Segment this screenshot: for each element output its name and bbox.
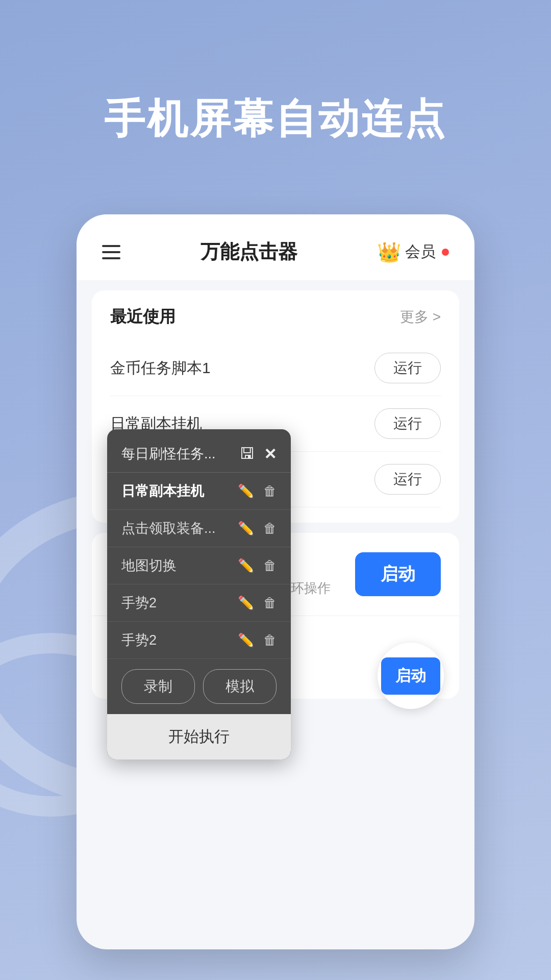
edit-icon-5[interactable]: ✏️	[238, 632, 254, 648]
save-icon[interactable]: 🖫	[239, 445, 255, 462]
dropdown-item-1[interactable]: 日常副本挂机 ✏️ 🗑	[107, 473, 291, 510]
script-name-1: 金币任务脚本1	[110, 358, 211, 379]
recent-title: 最近使用	[110, 306, 176, 328]
recent-section: 最近使用 更多 > 金币任务脚本1 运行 日常副本挂机 运行 自动循环操作2 运…	[92, 290, 459, 523]
member-badge[interactable]: 👑 会员	[377, 241, 449, 263]
item-actions-5: ✏️ 🗑	[238, 632, 277, 648]
edit-icon-2[interactable]: ✏️	[238, 521, 254, 536]
item-actions-3: ✏️ 🗑	[238, 558, 277, 574]
item-actions-4: ✏️ 🗑	[238, 595, 277, 611]
member-label: 会员	[405, 241, 436, 262]
dropdown-item-3[interactable]: 地图切换 ✏️ 🗑	[107, 547, 291, 584]
close-icon[interactable]: ✕	[264, 445, 277, 463]
recent-header: 最近使用 更多 >	[110, 306, 441, 328]
item-actions-2: ✏️ 🗑	[238, 521, 277, 536]
record-button[interactable]: 录制	[121, 669, 195, 704]
delete-icon-2[interactable]: 🗑	[263, 521, 277, 536]
delete-icon-4[interactable]: 🗑	[263, 595, 277, 611]
delete-icon-5[interactable]: 🗑	[263, 632, 277, 648]
dropdown-action-row: 录制 模拟	[107, 659, 291, 714]
app-header: 万能点击器 👑 会员	[77, 214, 474, 280]
item-actions-1: ✏️ 🗑	[238, 483, 277, 499]
edit-icon-3[interactable]: ✏️	[238, 558, 254, 574]
edit-icon-1[interactable]: ✏️	[238, 483, 254, 499]
hero-section: 手机屏幕自动连点	[0, 0, 551, 188]
context-menu: 每日刷怪任务... 🖫 ✕ 日常副本挂机 ✏️ 🗑 点击领取装备... ✏️ 🗑	[107, 429, 291, 760]
run-button-1[interactable]: 运行	[374, 353, 441, 383]
clicker-start-button[interactable]: 启动	[355, 552, 441, 596]
delete-icon-1[interactable]: 🗑	[263, 483, 277, 499]
dropdown-item-5[interactable]: 手势2 ✏️ 🗑	[107, 622, 291, 659]
delete-icon-3[interactable]: 🗑	[263, 558, 277, 574]
recorder-start-button[interactable]: 启动	[381, 657, 440, 695]
crown-icon: 👑	[377, 241, 401, 263]
notification-dot	[442, 249, 449, 256]
dropdown-top: 每日刷怪任务... 🖫 ✕	[107, 439, 291, 473]
run-button-2[interactable]: 运行	[374, 408, 441, 439]
dropdown-item-text-1: 日常副本挂机	[121, 482, 238, 500]
menu-button[interactable]	[102, 245, 120, 259]
dropdown-item-text-4: 手势2	[121, 594, 238, 612]
phone-mockup: 万能点击器 👑 会员 最近使用 更多 > 金币任务脚本1 运行 日常副本挂机 运…	[77, 214, 474, 949]
hero-title: 手机屏幕自动连点	[0, 92, 551, 147]
dropdown-item-text-2: 点击领取装备...	[121, 519, 238, 537]
app-title: 万能点击器	[201, 239, 297, 265]
dropdown-top-text: 每日刷怪任务...	[121, 445, 239, 463]
edit-icon-4[interactable]: ✏️	[238, 595, 254, 611]
execute-button[interactable]: 开始执行	[107, 714, 291, 760]
dropdown-item-text-5: 手势2	[121, 631, 238, 649]
simulate-button[interactable]: 模拟	[203, 669, 277, 704]
dropdown-item-text-3: 地图切换	[121, 556, 238, 575]
script-item-1: 金币任务脚本1 运行	[110, 340, 441, 396]
dropdown-item-4[interactable]: 手势2 ✏️ 🗑	[107, 584, 291, 622]
float-circle: 启动	[378, 643, 444, 709]
more-link[interactable]: 更多 >	[400, 307, 441, 327]
run-button-3[interactable]: 运行	[374, 464, 441, 495]
dropdown-item-2[interactable]: 点击领取装备... ✏️ 🗑	[107, 510, 291, 547]
